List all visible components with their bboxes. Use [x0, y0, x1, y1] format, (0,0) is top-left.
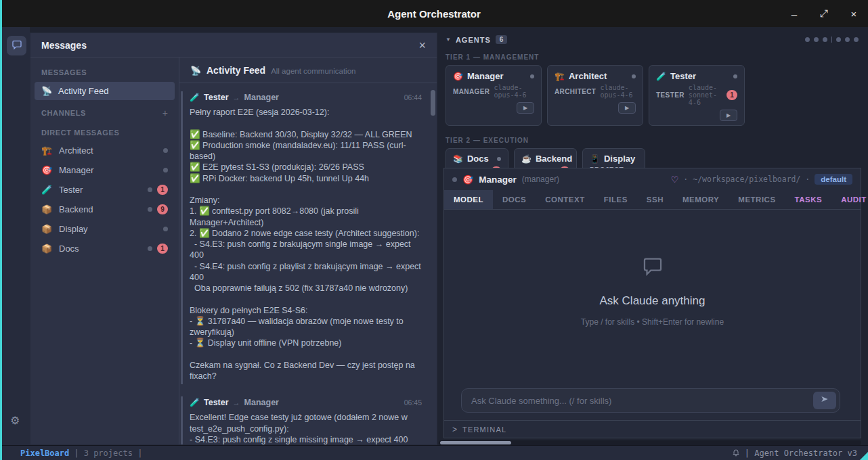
unread-badge: 1	[157, 185, 168, 195]
tab-docs[interactable]: DOCS	[493, 190, 536, 209]
presence-dot	[148, 207, 152, 212]
presence-dot	[148, 187, 152, 192]
messages-section-label: MESSAGES	[30, 63, 179, 80]
satellite-icon: 📡	[41, 86, 52, 96]
agent-role: (manager)	[522, 175, 559, 184]
heart-icon[interactable]: ♡	[671, 175, 679, 185]
tier1-label: TIER 1 — MANAGEMENT	[446, 53, 861, 61]
tab-audit[interactable]: AUDIT	[831, 190, 868, 209]
tab-metrics[interactable]: METRICS	[729, 190, 785, 209]
tab-model[interactable]: MODEL	[444, 190, 493, 209]
run-agent-button[interactable]: ▶	[720, 110, 737, 121]
messages-nav-button[interactable]	[7, 36, 26, 55]
messages-panel-header: Messages ×	[30, 33, 437, 58]
env-badge[interactable]: default	[815, 174, 852, 185]
statusbar-app-name[interactable]: PixelBoard	[20, 448, 69, 458]
presence-dot	[163, 227, 168, 231]
manager-detail-panel: 🎯 Manager (manager) ♡ · ~/workspace/pixe…	[443, 168, 861, 438]
gear-icon[interactable]: ⚙	[10, 414, 20, 427]
sidebar-item-manager[interactable]: 🎯 Manager	[30, 160, 179, 180]
package-icon: 📦	[41, 204, 52, 214]
agent-card-manager[interactable]: 🎯 Manager MANAGER claude-opus-4-6 ▶	[446, 65, 542, 126]
status-dot	[452, 177, 457, 182]
close-panel-icon[interactable]: ×	[418, 39, 426, 51]
messages-sidebar: MESSAGES 📡 Activity Feed CHANNELS + DIRE…	[30, 58, 179, 444]
message-body: Excellent! Edge case testy już gotowe (d…	[190, 412, 422, 444]
status-dot	[733, 74, 737, 78]
test-tube-icon: 🧪	[190, 398, 200, 407]
satellite-icon: 📡	[190, 66, 201, 76]
main-area: ⚙ Messages × MESSAGES 📡 Activity Feed CH…	[0, 27, 868, 445]
tab-files[interactable]: FILES	[594, 190, 637, 209]
status-dot	[530, 74, 534, 78]
agent-card-tester[interactable]: 🧪 Tester TESTER claude-sonnet-4-6 1 ▶	[649, 65, 745, 126]
target-icon: 🎯	[462, 175, 473, 185]
test-tube-icon: 🧪	[41, 185, 52, 195]
horizontal-scrollbar[interactable]	[439, 440, 861, 445]
sidebar-item-tester[interactable]: 🧪 Tester 1	[30, 180, 179, 200]
play-icon: ▶	[726, 112, 731, 118]
send-button[interactable]	[813, 392, 836, 409]
titlebar: Agent Orchestrator – ⤢ ×	[0, 0, 868, 27]
dm-name: Docs	[59, 244, 79, 254]
statusbar-projects: | 3 projects |	[74, 448, 142, 458]
package-icon: 📦	[41, 244, 52, 254]
messages-panel-title: Messages	[41, 40, 87, 51]
agent-orchestrator-window: Agent Orchestrator – ⤢ × ⚙ Messages ×	[0, 0, 868, 460]
chat-input-placeholder: Ask Claude something... (/ for skills)	[471, 396, 813, 406]
minimize-icon[interactable]: –	[788, 8, 800, 20]
dm-name: Manager	[59, 165, 93, 175]
message-recipient: Manager	[244, 93, 279, 102]
empty-state-subtitle: Type / for skills • Shift+Enter for newl…	[581, 317, 724, 327]
message-body: Pełny raport E2E (sesja 2026-03-12): ✅ B…	[190, 107, 422, 382]
activity-feed-header: 📡 Activity Feed All agent communication	[179, 58, 437, 83]
message-recipient: Manager	[244, 398, 279, 407]
tab-ssh[interactable]: SSH	[637, 190, 673, 209]
arrow-icon: →	[233, 398, 240, 407]
empty-state-title: Ask Claude anything	[600, 294, 706, 308]
messages-panel: Messages × MESSAGES 📡 Activity Feed CHAN…	[30, 32, 437, 445]
test-tube-icon: 🧪	[190, 93, 200, 102]
channels-label: CHANNELS	[41, 109, 86, 117]
window-controls: – ⤢ ×	[788, 0, 860, 27]
feed-scroll-area[interactable]: 🧪 Tester → Manager 06:44 Pełny raport E2…	[179, 85, 430, 444]
terminal-toggle[interactable]: > TERMINAL	[444, 420, 861, 438]
horizontal-scrollbar-thumb[interactable]	[440, 441, 511, 444]
sidebar-item-architect[interactable]: 🏗️ Architect	[30, 141, 179, 160]
resize-corner-accent[interactable]	[860, 452, 868, 460]
chat-bubble-icon	[12, 39, 22, 53]
feed-title: Activity Feed	[207, 65, 265, 76]
feed-scrollbar-thumb[interactable]	[431, 90, 435, 116]
statusbar-version: | Agent Orchestrator v3	[745, 448, 857, 458]
collapse-arrow-icon[interactable]: ▼	[446, 37, 451, 43]
sidebar-item-display[interactable]: 📦 Display	[30, 219, 179, 239]
message-timestamp: 06:45	[404, 398, 422, 407]
sidebar-item-backend[interactable]: 📦 Backend 9	[30, 200, 179, 219]
sidebar-item-activity-feed[interactable]: 📡 Activity Feed	[35, 82, 175, 100]
activity-feed: 📡 Activity Feed All agent communication …	[179, 58, 437, 444]
tab-context[interactable]: CONTEXT	[536, 190, 594, 209]
run-agent-button[interactable]: ▶	[517, 102, 534, 114]
chat-bubble-icon	[641, 255, 664, 281]
run-agent-button[interactable]: ▶	[618, 102, 636, 114]
sidebar-item-docs[interactable]: 📦 Docs 1	[30, 239, 179, 258]
tier1-cards: 🎯 Manager MANAGER claude-opus-4-6 ▶ 🏗️ A…	[446, 65, 861, 126]
chat-input[interactable]: Ask Claude something... (/ for skills)	[461, 388, 840, 413]
close-icon[interactable]: ×	[848, 8, 860, 20]
agent-card-architect[interactable]: 🏗️ Architect ARCHITECT claude-opus-4-6 ▶	[547, 65, 643, 126]
message-sender: Tester	[204, 398, 229, 407]
maximize-icon[interactable]: ⤢	[818, 7, 830, 20]
chat-empty-state: Ask Claude anything Type / for skills • …	[444, 214, 861, 367]
phone-icon: 📱	[590, 154, 600, 164]
bell-icon[interactable]	[732, 448, 740, 459]
tab-memory[interactable]: MEMORY	[673, 190, 729, 209]
manager-tabs: MODEL DOCS CONTEXT FILES SSH MEMORY METR…	[444, 190, 861, 210]
tab-tasks[interactable]: TASKS	[785, 190, 832, 209]
unread-badge: 1	[726, 90, 737, 100]
message-sender: Tester	[204, 93, 229, 102]
play-icon: ▶	[625, 105, 629, 111]
crane-icon: 🏗️	[555, 72, 565, 81]
presence-dot	[148, 246, 152, 251]
crane-icon: 🏗️	[41, 145, 52, 156]
add-channel-icon[interactable]: +	[162, 108, 168, 118]
